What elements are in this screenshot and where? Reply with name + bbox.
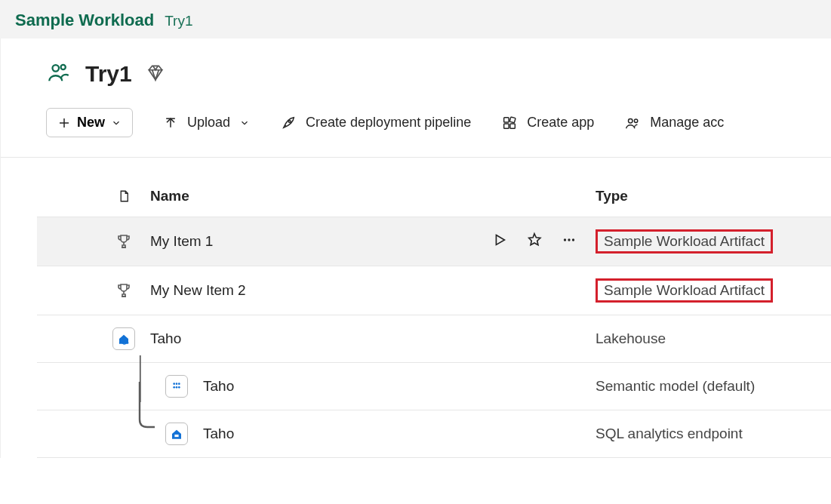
table-header-row: Name Type	[37, 180, 831, 217]
create-app-button[interactable]: Create app	[501, 112, 594, 134]
svg-point-16	[176, 386, 178, 389]
svg-point-11	[572, 238, 574, 241]
table-row[interactable]: My Item 1 Sample Workload Artifact	[37, 217, 831, 266]
svg-rect-6	[510, 123, 515, 128]
column-icon-header[interactable]	[97, 188, 150, 204]
svg-rect-5	[504, 123, 509, 128]
svg-point-12	[173, 383, 175, 385]
pipeline-label: Create deployment pipeline	[306, 115, 471, 131]
item-list: Name Type My Item 1	[1, 158, 831, 458]
table-row[interactable]: Taho SQL analytics endpoint	[37, 410, 831, 458]
rocket-icon	[280, 115, 297, 131]
plus-icon	[57, 116, 71, 130]
column-name-header[interactable]: Name	[150, 188, 596, 204]
svg-point-9	[564, 238, 566, 241]
svg-rect-4	[509, 116, 516, 122]
svg-point-13	[176, 383, 178, 385]
upload-icon	[163, 115, 178, 131]
table-row[interactable]: Taho Lakehouse	[37, 315, 831, 363]
svg-point-17	[178, 386, 180, 389]
upload-button[interactable]: Upload	[163, 112, 250, 134]
table-row[interactable]: Taho Semantic model (default)	[37, 363, 831, 410]
item-name[interactable]: Taho	[203, 378, 234, 395]
upload-label: Upload	[187, 115, 230, 131]
semantic-model-icon	[150, 375, 203, 398]
item-name[interactable]: Taho	[203, 426, 234, 442]
workspace-icon	[46, 60, 72, 88]
more-icon[interactable]	[561, 232, 577, 252]
svg-point-10	[568, 238, 570, 241]
workspace-title: Try1	[85, 61, 132, 87]
star-icon[interactable]	[526, 232, 543, 252]
svg-point-8	[635, 119, 638, 122]
item-name[interactable]: My New Item 2	[150, 282, 246, 299]
item-name[interactable]: Taho	[150, 330, 181, 347]
toolbar: New Upload Create deployment pipeline	[1, 94, 831, 158]
create-app-label: Create app	[527, 115, 594, 131]
manage-access-label: Manage acc	[650, 115, 724, 131]
svg-rect-18	[174, 435, 179, 438]
svg-rect-3	[504, 117, 509, 121]
diamond-icon[interactable]	[146, 63, 165, 85]
svg-point-15	[173, 386, 175, 389]
new-button[interactable]: New	[46, 108, 133, 137]
chevron-down-icon	[111, 118, 122, 128]
new-button-label: New	[77, 115, 105, 131]
item-type: Lakehouse	[596, 330, 666, 346]
column-type-header[interactable]: Type	[596, 188, 831, 204]
svg-point-0	[53, 65, 60, 72]
workspace-header: Try1	[1, 38, 831, 94]
svg-point-1	[61, 65, 66, 69]
svg-point-2	[289, 120, 291, 122]
item-type: Semantic model (default)	[596, 378, 755, 394]
item-type: SQL analytics endpoint	[596, 426, 743, 441]
play-icon[interactable]	[491, 232, 508, 252]
breadcrumb: Sample Workload Try1	[0, 0, 831, 38]
breadcrumb-root[interactable]: Sample Workload	[15, 11, 154, 30]
item-type: Sample Workload Artifact	[596, 278, 773, 303]
trophy-icon	[97, 281, 150, 300]
manage-access-button[interactable]: Manage acc	[624, 112, 724, 134]
trophy-icon	[97, 232, 150, 250]
svg-point-14	[178, 383, 180, 385]
item-name[interactable]: My Item 1	[150, 233, 213, 250]
lakehouse-icon	[97, 327, 150, 350]
item-type: Sample Workload Artifact	[596, 229, 773, 254]
people-icon	[624, 115, 641, 131]
create-deployment-pipeline-button[interactable]: Create deployment pipeline	[280, 112, 471, 134]
sql-endpoint-icon	[150, 423, 203, 445]
svg-point-7	[629, 118, 633, 123]
breadcrumb-current: Try1	[165, 13, 192, 29]
app-grid-icon	[501, 115, 518, 131]
table-row[interactable]: My New Item 2 Sample Workload Artifact	[37, 266, 831, 315]
chevron-down-icon	[239, 118, 250, 128]
